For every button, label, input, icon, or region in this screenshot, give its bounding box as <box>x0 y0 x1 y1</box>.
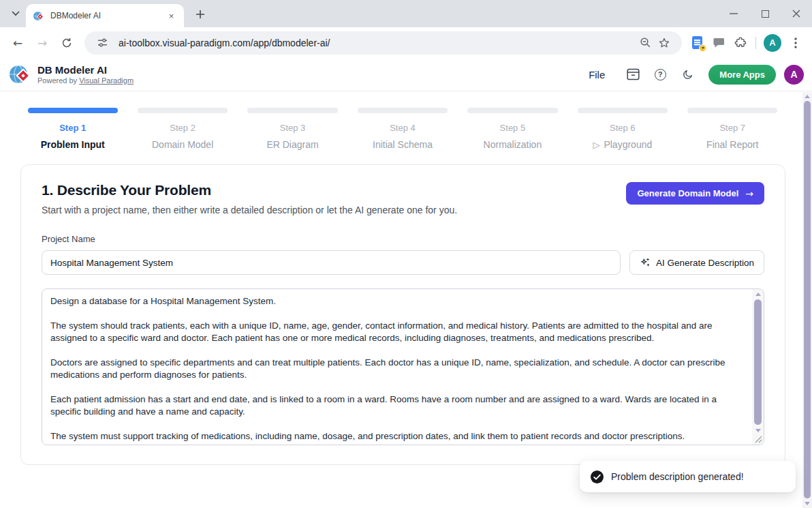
step-5-progress-bar <box>467 108 557 113</box>
browser-menu-kebab-icon[interactable] <box>785 32 807 54</box>
powered-by: Powered by Visual Paradigm <box>37 76 134 85</box>
step-6-playground[interactable]: Step 6 ▷Playground <box>567 108 677 150</box>
step-1-progress-bar <box>28 108 118 113</box>
app-header: DB Modeler AI Powered by Visual Paradigm… <box>0 58 812 91</box>
step-number: Step 2 <box>127 123 237 133</box>
visual-paradigm-link[interactable]: Visual Paradigm <box>79 76 134 85</box>
project-name-label: Project Name <box>42 234 764 244</box>
step-number: Step 3 <box>238 123 347 133</box>
step-1-problem-input[interactable]: Step 1 Problem Input <box>18 108 127 150</box>
toast-notification: Problem description generated! <box>580 461 796 492</box>
step-number: Step 4 <box>347 123 457 133</box>
browser-toolbar: ← → ai-toolbox.visual-paradigm.com/app/d… <box>0 27 812 58</box>
dark-mode-moon-icon[interactable] <box>676 63 699 86</box>
step-3-progress-bar <box>247 108 337 113</box>
problem-input-card: 1. Describe Your Problem Start with a pr… <box>20 164 785 465</box>
step-wizard: Step 1 Problem Input Step 2 Domain Model… <box>0 92 802 150</box>
sparkles-icon <box>640 257 651 268</box>
step-3-er-diagram[interactable]: Step 3 ER Diagram <box>238 108 347 150</box>
step-7-final-report[interactable]: Step 7 Final Report <box>678 108 787 150</box>
browser-tab-strip: DBModeler AI × <box>0 0 812 27</box>
scroll-up-arrow-icon[interactable] <box>755 293 761 296</box>
arrow-right-icon: → <box>745 188 753 199</box>
step-2-domain-model[interactable]: Step 2 Domain Model <box>127 108 237 150</box>
project-name-input[interactable] <box>42 250 621 275</box>
step-label: Problem Input <box>18 139 127 150</box>
generate-domain-model-button[interactable]: Generate Domain Model → <box>626 182 764 205</box>
tab-title: DBModeler AI <box>50 11 166 20</box>
window-minimize-button[interactable] <box>718 0 749 27</box>
card-subtitle: Start with a project name, then either w… <box>42 205 457 215</box>
back-button[interactable]: ← <box>5 31 30 55</box>
toast-message: Problem description generated! <box>611 471 744 482</box>
card-title: 1. Describe Your Problem <box>42 182 457 198</box>
ai-generate-label: AI Generate Description <box>656 258 754 268</box>
scroll-down-arrow-icon[interactable] <box>755 429 761 432</box>
step-5-normalization[interactable]: Step 5 Normalization <box>458 108 567 150</box>
step-6-progress-bar <box>578 108 668 113</box>
file-menu[interactable]: File <box>582 65 612 85</box>
bookmark-star-icon[interactable] <box>655 33 674 53</box>
docs-offline-extension-icon[interactable] <box>686 32 708 54</box>
help-icon[interactable]: ? <box>649 63 672 86</box>
step-number: Step 5 <box>458 123 567 133</box>
page-scrollbar[interactable] <box>802 92 812 508</box>
problem-description-textarea[interactable]: Design a database for a Hospital Managem… <box>42 289 751 445</box>
step-label: Normalization <box>458 139 567 150</box>
textarea-scrollbar[interactable] <box>752 289 764 445</box>
step-label: Domain Model <box>127 139 237 150</box>
page-scrollbar-thumb[interactable] <box>804 101 811 498</box>
site-settings-tune-icon[interactable] <box>93 33 112 53</box>
step-number: Step 7 <box>678 123 787 133</box>
step-label: ▷Playground <box>567 139 677 150</box>
save-project-icon[interactable] <box>621 63 644 86</box>
window-maximize-button[interactable] <box>749 0 781 27</box>
window-controls <box>718 0 812 27</box>
browser-profile-avatar[interactable]: A <box>764 34 781 52</box>
tab-close-icon[interactable]: × <box>166 10 177 22</box>
toolbar-divider <box>755 37 756 49</box>
step-number: Step 6 <box>567 123 677 133</box>
zoom-page-icon[interactable] <box>636 33 655 53</box>
ai-generate-description-button[interactable]: AI Generate Description <box>629 250 764 275</box>
play-icon: ▷ <box>593 140 599 150</box>
step-label: Final Report <box>678 139 787 150</box>
app-title: DB Modeler AI <box>37 64 134 76</box>
textarea-resize-grip[interactable] <box>755 436 762 443</box>
url-text[interactable]: ai-toolbox.visual-paradigm.com/app/dbmod… <box>119 38 636 48</box>
comment-annotation-icon[interactable] <box>708 32 730 54</box>
browser-tab[interactable]: DBModeler AI × <box>26 4 184 27</box>
tab-search-chevron-icon[interactable] <box>7 6 25 21</box>
reload-button[interactable] <box>54 31 79 55</box>
step-4-initial-schema[interactable]: Step 4 Initial Schema <box>347 108 457 150</box>
step-label: ER Diagram <box>238 139 347 150</box>
success-check-icon <box>591 470 604 483</box>
address-bar[interactable]: ai-toolbox.visual-paradigm.com/app/dbmod… <box>84 31 682 55</box>
step-number: Step 1 <box>18 123 127 133</box>
textarea-scrollbar-thumb[interactable] <box>754 299 762 425</box>
description-field-container: Design a database for a Hospital Managem… <box>42 288 764 445</box>
page-scroll-up-arrow-icon[interactable] <box>805 95 810 98</box>
more-apps-button[interactable]: More Apps <box>708 65 776 85</box>
page-content: Step 1 Problem Input Step 2 Domain Model… <box>0 92 802 508</box>
extensions-puzzle-icon[interactable] <box>730 32 751 54</box>
step-2-progress-bar <box>138 108 228 113</box>
window-close-button[interactable] <box>781 0 812 27</box>
visual-paradigm-logo <box>8 63 31 86</box>
step-label-text: Playground <box>604 139 652 150</box>
page-scroll-down-arrow-icon[interactable] <box>805 502 810 505</box>
step-4-progress-bar <box>358 108 448 113</box>
generate-button-label: Generate Domain Model <box>637 188 738 198</box>
app-user-avatar[interactable]: A <box>784 65 804 85</box>
forward-button[interactable]: → <box>30 31 54 55</box>
step-label: Initial Schema <box>347 139 457 150</box>
step-7-progress-bar <box>687 108 777 113</box>
powered-by-prefix: Powered by <box>37 76 79 85</box>
visual-paradigm-favicon-icon <box>33 10 44 22</box>
new-tab-button[interactable] <box>193 7 208 22</box>
